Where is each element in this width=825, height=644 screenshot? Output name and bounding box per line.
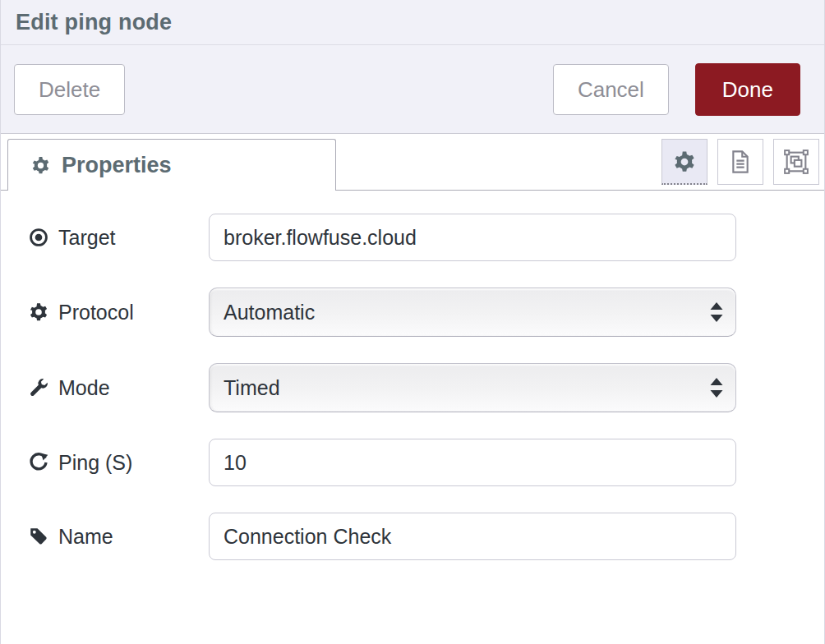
- dialog-title: Edit ping node: [16, 10, 172, 35]
- delete-button[interactable]: Delete: [14, 64, 125, 115]
- target-input[interactable]: [209, 214, 736, 261]
- target-label: Target: [28, 226, 209, 250]
- select-arrows-icon: [708, 375, 725, 400]
- target-label-text: Target: [58, 226, 115, 250]
- refresh-icon: [28, 452, 49, 473]
- protocol-label-text: Protocol: [58, 301, 134, 324]
- protocol-label: Protocol: [28, 301, 209, 324]
- protocol-select[interactable]: Automatic: [209, 288, 736, 337]
- wrench-icon: [28, 377, 49, 398]
- file-text-icon: [727, 149, 754, 175]
- description-tab-button[interactable]: [717, 139, 763, 185]
- gear-icon: [28, 301, 49, 323]
- form-row-protocol: Protocol Automatic: [28, 288, 824, 337]
- mode-select[interactable]: Timed: [209, 363, 736, 412]
- form-row-ping: Ping (S): [28, 439, 824, 486]
- dialog-header: Edit ping node: [1, 0, 824, 45]
- cancel-button[interactable]: Cancel: [553, 64, 669, 115]
- tab-toolbar: [661, 139, 824, 185]
- name-label: Name: [28, 525, 209, 549]
- form-row-mode: Mode Timed: [28, 363, 824, 412]
- form-row-name: Name: [28, 513, 824, 560]
- mode-select-value: Timed: [224, 376, 280, 400]
- tag-icon: [28, 526, 49, 547]
- properties-form: Target Protocol Automatic: [1, 191, 824, 560]
- ping-label-text: Ping (S): [58, 451, 132, 475]
- gear-icon: [672, 150, 697, 174]
- tab-row: Properties: [1, 134, 824, 191]
- tab-properties[interactable]: Properties: [7, 139, 336, 191]
- protocol-select-value: Automatic: [224, 301, 315, 324]
- properties-tab-button[interactable]: [661, 139, 707, 185]
- gear-icon: [30, 155, 51, 176]
- ping-input[interactable]: [209, 439, 736, 486]
- done-button[interactable]: Done: [695, 63, 800, 116]
- ping-label: Ping (S): [28, 451, 209, 475]
- name-label-text: Name: [58, 525, 113, 549]
- appearance-tab-button[interactable]: [773, 139, 819, 185]
- mode-label-text: Mode: [58, 376, 110, 400]
- tab-properties-label: Properties: [62, 153, 172, 178]
- name-input[interactable]: [209, 513, 736, 560]
- dialog-actions: Cancel Done: [553, 63, 800, 116]
- mode-label: Mode: [28, 376, 209, 400]
- form-row-target: Target: [28, 214, 824, 261]
- dialog-button-bar: Delete Cancel Done: [1, 45, 824, 134]
- dot-circle-icon: [28, 227, 49, 248]
- object-group-icon: [782, 148, 810, 176]
- select-arrows-icon: [708, 300, 725, 324]
- edit-node-dialog: Edit ping node Delete Cancel Done Proper…: [0, 0, 825, 644]
